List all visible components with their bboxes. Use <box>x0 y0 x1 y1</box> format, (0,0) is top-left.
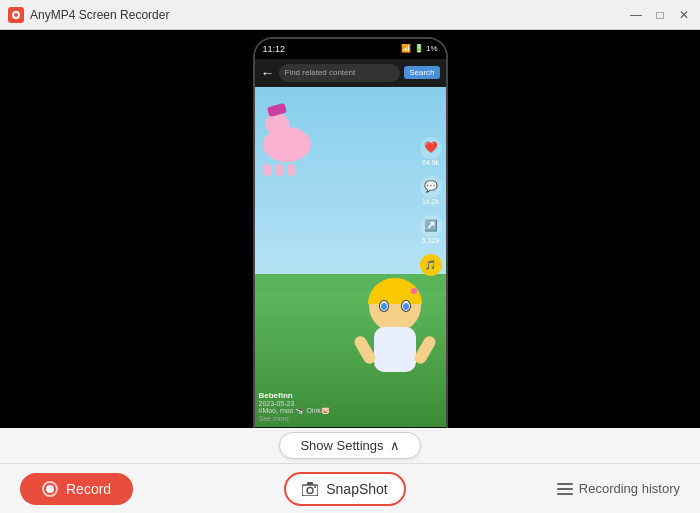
title-bar-left: AnyMP4 Screen Recorder <box>8 7 169 23</box>
recording-history-button[interactable]: Recording history <box>557 481 680 496</box>
video-info-overlay: Bebefinn 2023-05-23 #Moo, moo 🐄 Oink🐷 Se… <box>259 391 416 422</box>
camera-icon <box>302 482 318 496</box>
app-icon <box>8 7 24 23</box>
main-area: 11:12 📶 🔋 1% ← Find related content Sear… <box>0 30 700 463</box>
phone-search-input[interactable]: Find related content <box>279 64 401 82</box>
music-btn[interactable]: 🎵 <box>420 254 442 276</box>
record-dot-icon <box>46 485 54 493</box>
phone-video-content: ❤️ 64.9k 💬 14.2k ↗️ 5,329 🎵 <box>255 87 446 427</box>
see-more-link[interactable]: See more <box>259 415 416 422</box>
window-title: AnyMP4 Screen Recorder <box>30 8 169 22</box>
record-circle-icon <box>42 481 58 497</box>
close-button[interactable]: ✕ <box>676 7 692 23</box>
svg-rect-2 <box>307 482 313 485</box>
pig-character <box>263 127 311 176</box>
show-settings-button[interactable]: Show Settings ∧ <box>279 432 420 459</box>
video-date: 2023-05-23 <box>259 400 416 407</box>
like-btn[interactable]: ❤️ 64.9k <box>420 137 442 166</box>
record-button[interactable]: Record <box>20 473 133 505</box>
bottom-toolbar: Record SnapShot Recording history <box>0 463 700 513</box>
engagement-panel: ❤️ 64.9k 💬 14.2k ↗️ 5,329 🎵 <box>420 137 442 276</box>
phone-screen: 11:12 📶 🔋 1% ← Find related content Sear… <box>255 39 446 455</box>
video-username: Bebefinn <box>259 391 416 400</box>
snapshot-button[interactable]: SnapShot <box>284 472 406 506</box>
app-icon-inner <box>12 11 20 19</box>
girl-character <box>369 280 421 377</box>
back-arrow-icon[interactable]: ← <box>261 65 275 81</box>
svg-point-1 <box>307 487 313 493</box>
video-hashtags: #Moo, moo 🐄 Oink🐷 <box>259 407 416 415</box>
phone-signal-battery: 📶 🔋 1% <box>401 44 437 53</box>
comment-btn[interactable]: 💬 14.2k <box>420 176 442 205</box>
share-btn[interactable]: ↗️ 5,329 <box>420 215 442 244</box>
maximize-button[interactable]: □ <box>652 7 668 23</box>
settings-row: Show Settings ∧ <box>0 428 700 463</box>
minimize-button[interactable]: — <box>628 7 644 23</box>
title-bar: AnyMP4 Screen Recorder — □ ✕ <box>0 0 700 30</box>
window-controls: — □ ✕ <box>628 7 692 23</box>
phone-mockup: 11:12 📶 🔋 1% ← Find related content Sear… <box>253 37 448 457</box>
phone-search-bar: ← Find related content Search <box>255 59 446 87</box>
phone-search-button[interactable]: Search <box>404 66 439 79</box>
svg-point-3 <box>314 486 316 488</box>
phone-status-bar: 11:12 📶 🔋 1% <box>255 39 446 59</box>
phone-time: 11:12 <box>263 44 286 54</box>
menu-icon <box>557 483 573 495</box>
